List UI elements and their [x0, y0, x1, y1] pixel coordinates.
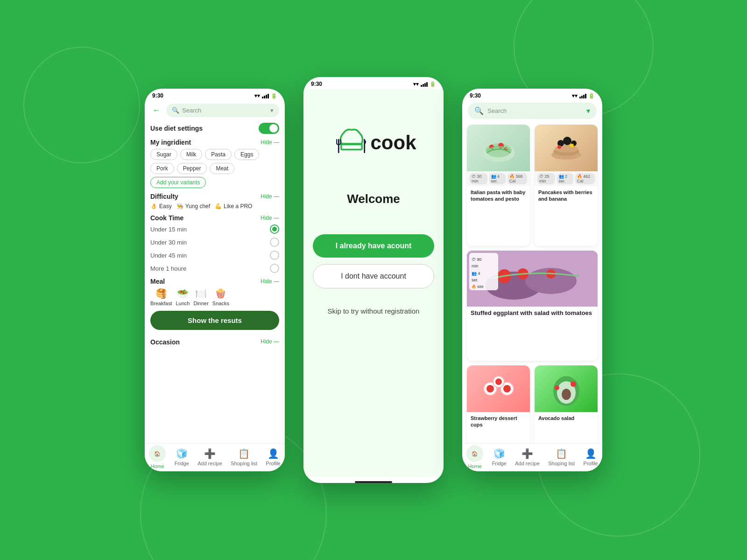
nav-shopping-right[interactable]: 📋 Shoping list [548, 448, 575, 466]
recipe-grid: ⏱ 30 min 👥 4 ser. 🔥 368 Cal Italian past… [462, 121, 602, 471]
tag-sugar[interactable]: Sugar [150, 149, 177, 160]
radio-45[interactable] [270, 251, 279, 260]
nav-shopping-label-right: Shoping list [548, 461, 575, 466]
svg-point-33 [486, 385, 494, 392]
search-placeholder-left: Search [182, 107, 201, 114]
difficulty-hide-btn[interactable]: Hide — [261, 193, 279, 200]
nav-profile-left[interactable]: 👤 Profile [266, 448, 281, 466]
meal-hide-btn[interactable]: Hide — [261, 278, 279, 285]
back-button[interactable]: ← [150, 104, 162, 117]
recipe-title-5: Avocado salad [535, 412, 598, 425]
search-placeholder-right: Search [487, 107, 583, 114]
skip-link[interactable]: Skip to try without registration [328, 307, 420, 315]
tag-pepper[interactable]: Pepper [177, 163, 207, 174]
nav-add-left[interactable]: ➕ Add recipe [197, 448, 222, 466]
lunch-label: Lunch [176, 301, 190, 306]
strawberry-illustration [480, 370, 517, 407]
svg-point-17 [557, 145, 561, 149]
tag-milk[interactable]: Milk [180, 149, 202, 160]
meal-section-header: Meal Hide — [150, 278, 279, 285]
meal-lunch[interactable]: 🥗 Lunch [176, 288, 190, 306]
bg-decoration-3 [23, 47, 140, 163]
nav-profile-right[interactable]: 👤 Profile [584, 448, 598, 466]
easy-emoji: 👌 [150, 203, 157, 210]
occasion-title: Occasion [150, 338, 180, 346]
radio-30[interactable] [270, 238, 279, 247]
difficulty-easy[interactable]: 👌 Easy [150, 203, 172, 210]
ingredient-hide-btn[interactable]: Hide — [261, 139, 279, 146]
show-results-button[interactable]: Show the resuts [150, 311, 279, 330]
pro-label: Like a PRO [224, 203, 252, 210]
yung-emoji: 👨‍🍳 [176, 203, 183, 210]
nav-home-right[interactable]: 🏠 Home [466, 445, 483, 469]
cook-time-hide-btn[interactable]: Hide — [261, 215, 279, 221]
recipe-card-2[interactable]: ⏱ 25 min 👥 2 ser. 🔥 462 Cal Pancakes wit… [535, 125, 598, 246]
recipe-title-2: Pancakes with berries and banana [535, 186, 598, 206]
nav-fridge-right[interactable]: 🧊 Fridge [492, 448, 507, 466]
nav-fridge-label-right: Fridge [492, 461, 507, 466]
cook-time-header: Cook Time Hide — [150, 214, 279, 222]
tag-pasta[interactable]: Pasta [205, 149, 232, 160]
nav-home-label-right: Home [468, 463, 482, 469]
nav-shopping-left[interactable]: 📋 Shoping list [231, 448, 257, 466]
nav-add-right[interactable]: ➕ Add recipe [515, 448, 540, 466]
meal-dinner[interactable]: 🍽️ Dinner [193, 288, 208, 306]
cook-time-45[interactable]: Under 45 min [150, 251, 279, 260]
logo-text: cook [370, 132, 416, 154]
profile-icon-right: 👤 [585, 448, 597, 459]
search-bar-left[interactable]: 🔍 Search ▾ [166, 104, 279, 117]
diet-toggle[interactable] [259, 123, 279, 134]
recipe-img-pancakes [535, 125, 598, 171]
breakfast-label: Breakfast [150, 301, 172, 306]
svg-point-15 [563, 137, 571, 145]
shopping-icon-right: 📋 [556, 448, 567, 459]
search-bar-right[interactable]: 🔍 Search ▾ [468, 103, 597, 119]
recipe-title-3: Stuffed eggplant with salad with tomatoe… [467, 307, 598, 321]
have-account-button[interactable]: I already have acount [313, 234, 434, 258]
tag-pork[interactable]: Pork [150, 163, 174, 174]
radio-15[interactable] [270, 224, 279, 234]
difficulty-section-header: Difficulty Hide — [150, 193, 279, 200]
radio-1h[interactable] [270, 264, 279, 273]
nav-add-label-left: Add recipe [197, 461, 222, 466]
ingredient-tags: Sugar Milk Pasta Eggs Pork Pepper Meat A… [150, 149, 279, 188]
recipe-img-eggplant: ⏱ 90 min 👥 4 ser. 🔥 689 [467, 251, 598, 307]
add-icon-left: ➕ [204, 448, 216, 459]
eggplant-illustration: ⏱ 90 min 👥 4 ser. 🔥 689 [467, 251, 598, 307]
dropdown-arrow-left[interactable]: ▾ [270, 107, 274, 114]
tag-eggs[interactable]: Eggs [234, 149, 259, 160]
no-account-button[interactable]: I dont have account [313, 264, 434, 288]
meal-snacks[interactable]: 🍿 Snacks [212, 288, 229, 306]
cook-time-15[interactable]: Under 15 min [150, 224, 279, 234]
tag-meat[interactable]: Meat [210, 163, 234, 174]
add-variants-btn[interactable]: Add your variants [150, 177, 206, 188]
time-left: 9:30 [152, 92, 163, 99]
snacks-label: Snacks [212, 301, 229, 306]
difficulty-title: Difficulty [150, 193, 178, 200]
logo-area: cook [331, 122, 416, 164]
welcome-text: Welcome [347, 192, 400, 206]
time-right: 9:30 [470, 92, 481, 99]
diet-toggle-row: Use diet settings [150, 123, 279, 134]
svg-point-39 [562, 389, 571, 400]
occasion-hide-btn[interactable]: Hide — [261, 338, 279, 345]
nav-home-label-left: Home [151, 463, 164, 469]
battery-icon: 🔋 [271, 93, 277, 99]
recipe-card-1[interactable]: ⏱ 30 min 👥 4 ser. 🔥 368 Cal Italian past… [467, 125, 530, 246]
cook-time-1h[interactable]: More 1 houre [150, 264, 279, 273]
difficulty-yung[interactable]: 👨‍🍳 Yung chef [176, 203, 210, 210]
status-bar-right: 9:30 ▾▾ 🔋 [462, 89, 602, 101]
dropdown-arrow-right[interactable]: ▾ [586, 106, 590, 115]
nav-fridge-left[interactable]: 🧊 Fridge [175, 448, 189, 466]
dinner-label: Dinner [193, 301, 208, 306]
difficulty-pro[interactable]: 💪 Like a PRO [215, 203, 252, 210]
meal-breakfast[interactable]: 🥞 Breakfast [150, 288, 172, 306]
ingredient-section-header: My ingridient Hide — [150, 139, 279, 146]
wifi-icon-right: ▾▾ [572, 93, 578, 99]
lunch-emoji: 🥗 [177, 288, 189, 299]
cook-time-title: Cook Time [150, 214, 183, 222]
nav-home-left[interactable]: 🏠 Home [149, 445, 166, 469]
recipe-card-3[interactable]: ⏱ 90 min 👥 4 ser. 🔥 689 Stuffed eggplant… [467, 251, 598, 361]
nav-shopping-label-left: Shoping list [231, 461, 257, 466]
cook-time-30[interactable]: Under 30 min [150, 238, 279, 247]
